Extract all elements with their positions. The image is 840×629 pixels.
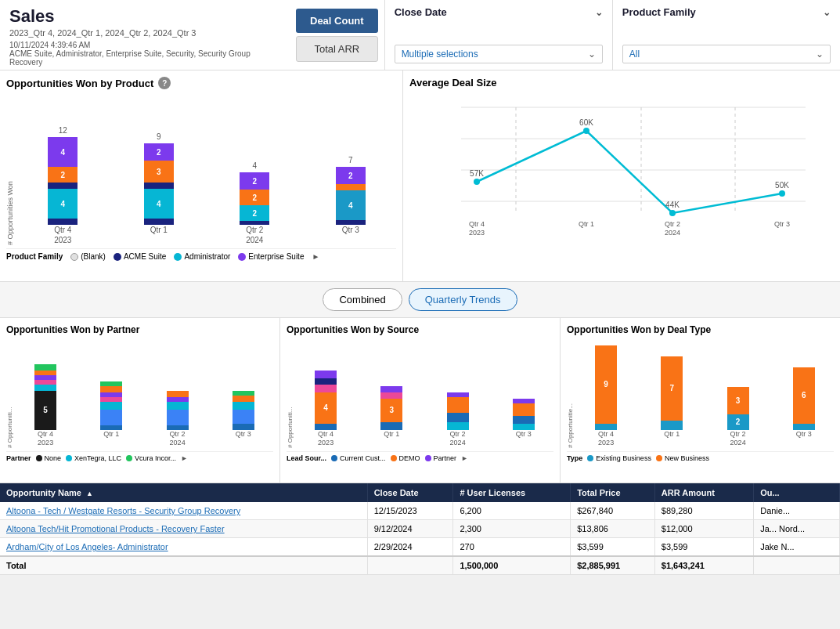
legend-color xyxy=(174,253,182,261)
legend-color xyxy=(331,455,337,461)
quarterly-trends-tab[interactable]: Quarterly Trends xyxy=(409,288,517,311)
product-family-dropdown[interactable]: Product Family ⌄ All ⌄ xyxy=(612,0,840,70)
bar-segment xyxy=(513,403,535,416)
cell-name: Altoona - Tech / Westgate Resorts - Secu… xyxy=(0,502,367,520)
bar-segment xyxy=(380,392,402,399)
bar-segment xyxy=(315,378,337,385)
x-label: Qtr 22024 xyxy=(428,430,488,448)
cell-close-date: 12/15/2023 xyxy=(367,502,453,520)
bar-segment: 3 xyxy=(144,161,174,183)
col-header-ou[interactable]: Ou... xyxy=(754,483,840,502)
bar-segment: 2 xyxy=(144,143,174,161)
cell-name: Ardham/City of Los Angeles- Administrato… xyxy=(0,538,367,557)
product-family-value[interactable]: All ⌄ xyxy=(622,45,831,63)
x-label: Qtr 42023 xyxy=(20,225,106,245)
legend-title: Product Family xyxy=(6,252,63,261)
col-header-name[interactable]: Opportunity Name ▲ xyxy=(0,483,367,502)
legend-more-icon[interactable]: ► xyxy=(461,454,468,462)
total-ou-empty xyxy=(754,556,840,575)
bar-group xyxy=(494,399,553,430)
y-axis-label: # Opportuniti... xyxy=(6,338,13,448)
deal-type-x-labels: Qtr 42023 Qtr 1 Qtr 22024 Qtr 3 xyxy=(576,430,834,448)
combined-tab[interactable]: Combined xyxy=(323,288,402,311)
table-row: Ardham/City of Los Angeles- Administrato… xyxy=(0,538,840,557)
bar-segment: 2 xyxy=(240,172,269,190)
deal-type-legend: Type Existing Business New Business xyxy=(567,451,834,462)
bar-group: 9 xyxy=(576,345,636,430)
bar-segment xyxy=(447,422,469,430)
bar-segment xyxy=(167,402,189,410)
legend-title: Partner xyxy=(6,454,31,462)
bars-container: 12 4 2 4 9 2 3 xyxy=(17,92,396,225)
bar-segment xyxy=(167,391,189,397)
stacked-bar xyxy=(167,391,189,430)
svg-text:44K: 44K xyxy=(665,201,680,209)
bar-segment xyxy=(144,219,174,225)
opportunity-link[interactable]: Altoona Tech/Hit Promotional Products - … xyxy=(6,524,225,533)
legend-item-enterprise: Enterprise Suite xyxy=(238,252,304,261)
col-header-close-date[interactable]: Close Date xyxy=(367,483,453,502)
opportunity-link[interactable]: Ardham/City of Los Angeles- Administrato… xyxy=(6,542,168,551)
legend-partner: Partner xyxy=(425,454,457,462)
x-label: Qtr 42023 xyxy=(296,430,355,448)
x-label: Qtr 22024 xyxy=(148,430,207,448)
col-header-arr[interactable]: ARR Amount xyxy=(654,483,753,502)
data-point xyxy=(583,128,589,134)
lower-charts-row: Opportunities Won by Partner # Opportuni… xyxy=(0,318,840,483)
bar-group: 3 2 xyxy=(708,387,768,430)
cell-close-date: 2/29/2024 xyxy=(367,538,453,557)
bar-segment: 3 xyxy=(727,387,749,414)
stacked-bar xyxy=(100,381,122,430)
svg-text:Qtr 4: Qtr 4 xyxy=(469,220,485,228)
bar-segment: 2 xyxy=(336,167,366,184)
col-header-total-price[interactable]: Total Price xyxy=(571,483,655,502)
bar-group xyxy=(148,391,207,430)
bar-segment xyxy=(48,219,78,225)
bar-total: 7 xyxy=(348,156,353,164)
opportunity-link[interactable]: Altoona - Tech / Westgate Resorts - Secu… xyxy=(6,506,240,515)
bar-segment xyxy=(447,397,469,413)
bar-segment xyxy=(34,385,56,391)
stacked-bar xyxy=(513,399,535,430)
legend-vcura: Vcura Incor... xyxy=(126,454,176,462)
deal-count-button[interactable]: Deal Count xyxy=(296,9,378,33)
deal-type-chart-title: Opportunities Won by Deal Type xyxy=(567,324,834,335)
total-arr-button[interactable]: Total ARR xyxy=(296,36,378,62)
x-label: Qtr 1 xyxy=(362,430,421,448)
col-header-licenses[interactable]: # User Licenses xyxy=(453,483,571,502)
legend-more-button[interactable]: ► xyxy=(312,252,319,261)
stacked-bar: 9 xyxy=(595,345,617,430)
x-label: Qtr 1 xyxy=(81,430,141,448)
cell-total-price: $267,840 xyxy=(571,502,655,520)
legend-more-icon[interactable]: ► xyxy=(181,454,188,462)
total-row: Total 1,500,000 $2,885,991 $1,643,241 xyxy=(0,556,840,575)
close-date-value[interactable]: Multiple selections ⌄ xyxy=(395,45,603,63)
legend-title: Lead Sour... xyxy=(287,454,326,462)
bar-segment xyxy=(595,424,617,430)
deal-type-container: 9 7 3 2 xyxy=(576,338,834,448)
close-date-dropdown[interactable]: Close Date ⌄ Multiple selections ⌄ xyxy=(384,0,612,70)
stacked-bar xyxy=(233,391,254,430)
partner-chart-panel: Opportunities Won by Partner # Opportuni… xyxy=(0,318,280,483)
chevron-down-icon: ⌄ xyxy=(595,7,603,18)
bar-segment: 3 xyxy=(380,399,402,422)
stacked-bar xyxy=(447,392,469,430)
bar-segment: 4 xyxy=(48,137,78,167)
bar-segment: 4 xyxy=(144,189,174,219)
partner-chart-title: Opportunities Won by Partner xyxy=(6,324,273,335)
stacked-bar: 2 3 4 xyxy=(144,143,174,225)
bar-segment xyxy=(336,184,366,190)
bar-segment: 6 xyxy=(793,367,815,424)
top-bar: Sales 2023_Qtr 4, 2024_Qtr 1, 2024_Qtr 2… xyxy=(0,0,840,70)
y-axis-label: # Opportuniti... xyxy=(287,338,294,448)
product-chart-title: Opportunities Won by Product ? xyxy=(6,77,396,89)
bar-group-qtr1: 9 2 3 4 xyxy=(117,132,202,225)
help-icon[interactable]: ? xyxy=(158,77,171,89)
legend-color xyxy=(66,455,72,461)
bar-segment xyxy=(100,410,122,425)
legend-item-acme: ACME Suite xyxy=(114,252,166,261)
sort-icon: ▲ xyxy=(86,490,93,497)
bar-segment xyxy=(144,183,174,189)
svg-text:2023: 2023 xyxy=(469,229,485,237)
svg-text:Qtr 3: Qtr 3 xyxy=(774,220,790,228)
